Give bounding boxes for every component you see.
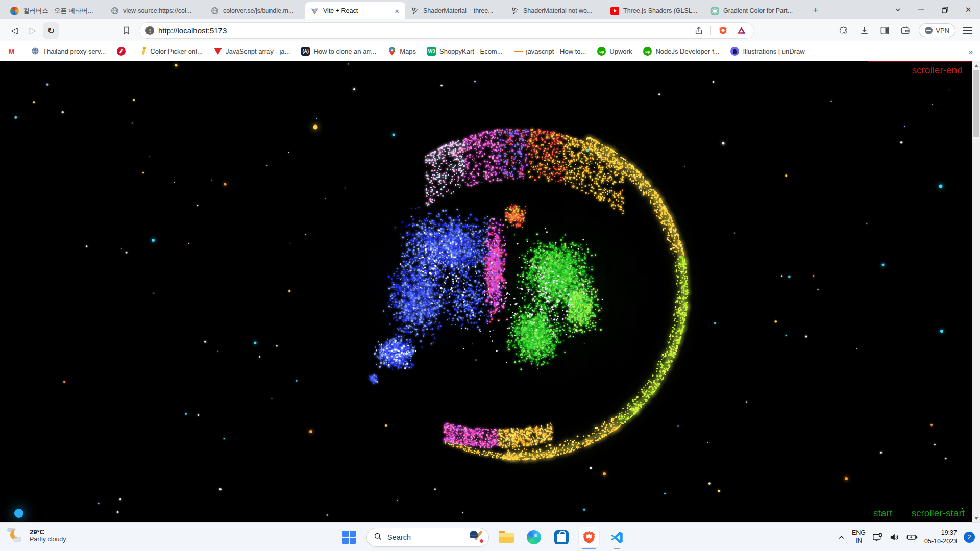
- scroller-end-marker: scroller-end: [912, 65, 963, 76]
- battery-charging-icon[interactable]: [906, 533, 918, 541]
- scroller-start-marker: scroller-start: [911, 508, 965, 519]
- bookmark-shoppykart[interactable]: W3 ShoppyKart - Ecom...: [427, 47, 503, 56]
- edge-icon: [527, 530, 541, 544]
- brave-rewards-icon[interactable]: [734, 24, 748, 37]
- gmail-icon: M: [7, 47, 16, 56]
- brave-icon: [581, 530, 597, 545]
- browser-toolbar: ◁ ▷ ↻ ! http://localhost:5173: [0, 19, 980, 41]
- stackabuse-icon: (A): [301, 47, 310, 56]
- tab-title: view-source:https://col...: [123, 7, 200, 14]
- bookmarks-overflow-chevron[interactable]: »: [969, 47, 973, 56]
- bookmark-nodejs-developer[interactable]: up NodeJs Developer f...: [643, 47, 719, 56]
- forward-button: ▷: [24, 22, 41, 39]
- tab-title: Three.js Shaders (GLSL...: [623, 7, 700, 14]
- file-explorer-button[interactable]: [496, 527, 517, 547]
- page-scrollbar[interactable]: [972, 61, 980, 522]
- stackoverflow-icon: [514, 47, 523, 56]
- microsoft-store-button[interactable]: [551, 527, 572, 547]
- undraw-icon: [730, 47, 739, 56]
- particle-globe-canvas: [0, 61, 972, 522]
- bookmark-javascript-array[interactable]: JavaScript array - ja...: [214, 47, 290, 55]
- site-info-icon[interactable]: !: [145, 26, 154, 35]
- address-bar-actions: [692, 24, 748, 37]
- bookmark-flag-icon[interactable]: [118, 23, 134, 38]
- bookmark-red-picker[interactable]: [117, 47, 129, 56]
- search-icon: [374, 532, 382, 543]
- tab-view-source[interactable]: view-source:https://col...: [105, 2, 205, 19]
- back-button[interactable]: ◁: [6, 22, 22, 39]
- vscode-icon: [610, 531, 624, 544]
- share-icon[interactable]: [692, 24, 705, 37]
- brave-wallet-icon[interactable]: [898, 24, 912, 37]
- display-cast-icon[interactable]: [872, 533, 883, 542]
- reload-button[interactable]: ↻: [43, 22, 59, 39]
- bookmark-undraw[interactable]: Illustrations | unDraw: [730, 47, 804, 56]
- address-bar[interactable]: ! http://localhost:5173: [139, 22, 754, 39]
- bookmark-color-picker-online[interactable]: Color Picker onl...: [140, 47, 203, 56]
- tab-threejs-shaders-video[interactable]: Three.js Shaders (GLSL...: [605, 2, 705, 19]
- bookmarks-bar: M Thailand proxy serv... Color Picker on…: [0, 41, 980, 61]
- bookmark-stackoverflow[interactable]: javascript - How to...: [514, 47, 586, 56]
- downloads-icon[interactable]: [857, 24, 871, 37]
- globe-favicon-icon: [110, 7, 119, 15]
- divider: [710, 26, 711, 35]
- restore-button[interactable]: [933, 0, 957, 19]
- colorverse-favicon-icon: [10, 7, 19, 15]
- menu-hamburger-icon[interactable]: [963, 27, 972, 34]
- windows-taskbar: 29°C Partly cloudy Search: [0, 522, 980, 551]
- active-app-indicator: [582, 548, 596, 549]
- weather-condition: Partly cloudy: [30, 536, 66, 543]
- tab-title: colorver.se/js/bundle.m...: [223, 7, 300, 14]
- bookmark-upwork[interactable]: up Upwork: [597, 47, 632, 56]
- new-tab-button[interactable]: +: [808, 3, 823, 17]
- clock-date[interactable]: 19:37 05-10-2023: [924, 529, 957, 546]
- globe-icon: [31, 47, 39, 56]
- torch-icon: [140, 47, 146, 56]
- threejs-favicon-icon: [510, 7, 519, 15]
- volume-icon[interactable]: [890, 533, 900, 542]
- bookmark-thailand-proxy[interactable]: Thailand proxy serv...: [31, 47, 106, 56]
- url-text[interactable]: http://localhost:5173: [158, 26, 688, 35]
- tab-search-chevron-icon[interactable]: [886, 0, 910, 19]
- scrollbar-thumb[interactable]: [973, 70, 979, 137]
- tab-colorverse[interactable]: 컬러버스 - 오픈 메타버...: [5, 2, 105, 19]
- sidebar-panel-icon[interactable]: [878, 24, 891, 37]
- vscode-button[interactable]: [606, 527, 627, 547]
- edge-browser-button[interactable]: [524, 527, 544, 547]
- tab-colorver-bundle[interactable]: colorver.se/js/bundle.m...: [205, 2, 305, 19]
- tab-title: Gradient Color for Part...: [723, 7, 800, 14]
- weather-widget[interactable]: 29°C Partly cloudy: [7, 527, 66, 544]
- brave-browser-button[interactable]: [579, 527, 599, 547]
- bookmark-maps[interactable]: Maps: [387, 47, 416, 56]
- folder-icon: [499, 531, 514, 543]
- taskbar-center: Search: [339, 523, 627, 551]
- cricket-search-highlight-icon[interactable]: [468, 530, 485, 545]
- minimize-button[interactable]: [910, 0, 933, 19]
- search-placeholder: Search: [387, 533, 463, 541]
- system-tray: ENG IN 19:37 05-10-2023 2: [838, 523, 975, 551]
- youtube-favicon-icon: [610, 7, 619, 15]
- start-button[interactable]: [339, 527, 359, 547]
- extensions-puzzle-icon[interactable]: [837, 24, 850, 37]
- tab-shadermaterial-three[interactable]: ShaderMaterial – three...: [405, 2, 505, 19]
- taskbar-search[interactable]: Search: [366, 528, 489, 547]
- tab-title: Vite + React: [323, 7, 389, 14]
- tray-chevron-up-icon[interactable]: [838, 534, 845, 541]
- scrollbar-up-arrow[interactable]: [972, 61, 980, 70]
- globe-favicon-icon: [210, 7, 219, 15]
- tab-vite-react-active[interactable]: Vite + React ×: [305, 2, 405, 19]
- notification-badge[interactable]: 2: [964, 532, 975, 543]
- tab-gradient-color-chatgpt[interactable]: Gradient Color for Part...: [705, 2, 805, 19]
- chatgpt-favicon-icon: [710, 7, 719, 15]
- threejs-favicon-icon: [410, 7, 419, 15]
- vite-favicon-icon: [310, 7, 319, 15]
- close-button[interactable]: ✕: [957, 0, 980, 19]
- tab-close-icon[interactable]: ×: [394, 7, 400, 15]
- brave-shields-icon[interactable]: [716, 24, 729, 37]
- scrollbar-down-arrow[interactable]: [972, 514, 980, 522]
- bookmark-clone-array[interactable]: (A) How to clone an arr...: [301, 47, 376, 56]
- tab-shadermaterial-notworking[interactable]: ShaderMaterial not wo...: [505, 2, 605, 19]
- vpn-button[interactable]: VPN: [919, 23, 955, 37]
- bookmark-gmail[interactable]: M: [7, 47, 19, 56]
- language-indicator[interactable]: ENG IN: [852, 529, 866, 545]
